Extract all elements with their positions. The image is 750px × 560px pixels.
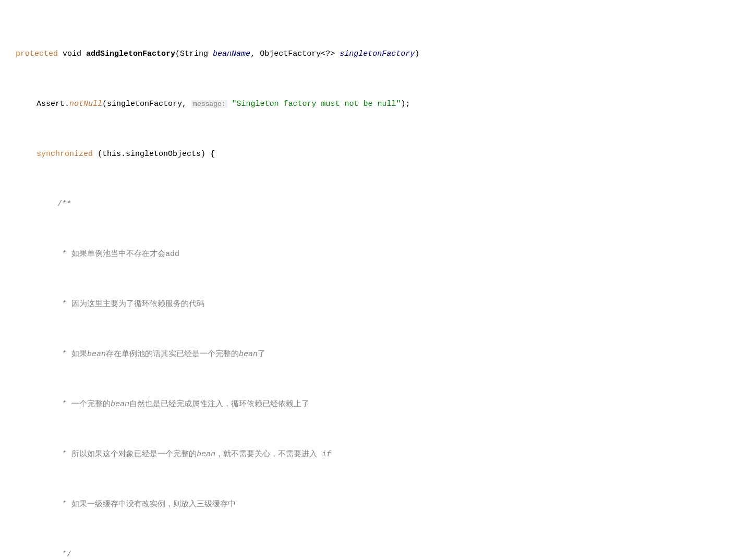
javadoc-end: */	[57, 550, 71, 559]
close-paren2: );	[401, 100, 410, 108]
comment-text1: * 如果单例池当中不存在才会add	[57, 250, 179, 259]
space2	[335, 50, 340, 58]
param-label-message: message:	[191, 100, 227, 108]
line-1: protected void addSingletonFactory(Strin…	[16, 48, 734, 60]
comment-italic-bean4: bean	[197, 450, 215, 459]
comment-italic-if: if	[322, 450, 331, 459]
comment-cn2: * 因为这里主要为了循环依赖服务的代码	[57, 298, 734, 311]
keyword-protected: protected	[16, 50, 58, 58]
space	[208, 50, 213, 58]
paren-close: )	[415, 50, 419, 58]
method-name: addSingletonFactory	[86, 50, 175, 58]
comment-start: /**	[57, 198, 734, 211]
method-params: (	[175, 50, 180, 58]
string-message: "Singleton factory must not be null"	[232, 100, 401, 108]
code-block: protected void addSingletonFactory(Strin…	[16, 10, 734, 560]
comment-text4a: * 一个完整的	[57, 400, 111, 409]
param-type-string: String	[180, 50, 208, 58]
space3	[227, 100, 232, 108]
comment-text3b: 存在单例池的话其实已经是一个完整的	[106, 350, 239, 359]
comment-text6: * 如果一级缓存中没有改实例，则放入三级缓存中	[57, 500, 236, 509]
comment-end: */	[57, 549, 734, 560]
sync-rest: (this.singletonObjects) {	[93, 150, 215, 159]
param-beanname: beanName	[213, 50, 250, 58]
comma: ,	[250, 50, 260, 58]
assert-class: Assert	[37, 100, 65, 108]
javadoc-start: /**	[57, 200, 71, 209]
void-keyword: void	[58, 50, 86, 58]
param-singletonfactory: singletonFactory	[340, 50, 415, 58]
comment-text5a: * 所以如果这个对象已经是一个完整的	[57, 450, 197, 459]
comment-cn5: * 所以如果这个对象已经是一个完整的bean，就不需要关心，不需要进入 if	[57, 448, 734, 461]
comment-text4b: 自然也是已经完成属性注入，循环依赖已经依赖上了	[129, 400, 309, 409]
comment-cn1: * 如果单例池当中不存在才会add	[57, 248, 734, 261]
keyword-synchronized: synchronized	[37, 150, 93, 159]
comment-text5b: ，就不需要关心，不需要进入	[215, 450, 322, 459]
comment-text3a: * 如果	[57, 350, 87, 359]
comment-cn4: * 一个完整的bean自然也是已经完成属性注入，循环依赖已经依赖上了	[57, 398, 734, 411]
param-type-factory: ObjectFactory<?>	[260, 50, 335, 58]
comment-italic-bean2: bean	[239, 350, 258, 359]
paren2: (singletonFactory,	[102, 100, 191, 108]
comment-text3c: 了	[258, 350, 265, 359]
comment-italic-bean3: bean	[111, 400, 129, 409]
comment-italic-bean1: bean	[87, 350, 106, 359]
comment-cn3: * 如果bean存在单例池的话其实已经是一个完整的bean了	[57, 348, 734, 361]
line-3: synchronized (this.singletonObjects) {	[37, 148, 734, 161]
notnull-method: notNull	[69, 100, 102, 108]
comment-text2: * 因为这里主要为了循环依赖服务的代码	[57, 300, 204, 309]
line-2: Assert.notNull(singletonFactory, message…	[37, 98, 734, 111]
comment-cn6: * 如果一级缓存中没有改实例，则放入三级缓存中	[57, 498, 734, 511]
dot1: .	[65, 100, 69, 108]
